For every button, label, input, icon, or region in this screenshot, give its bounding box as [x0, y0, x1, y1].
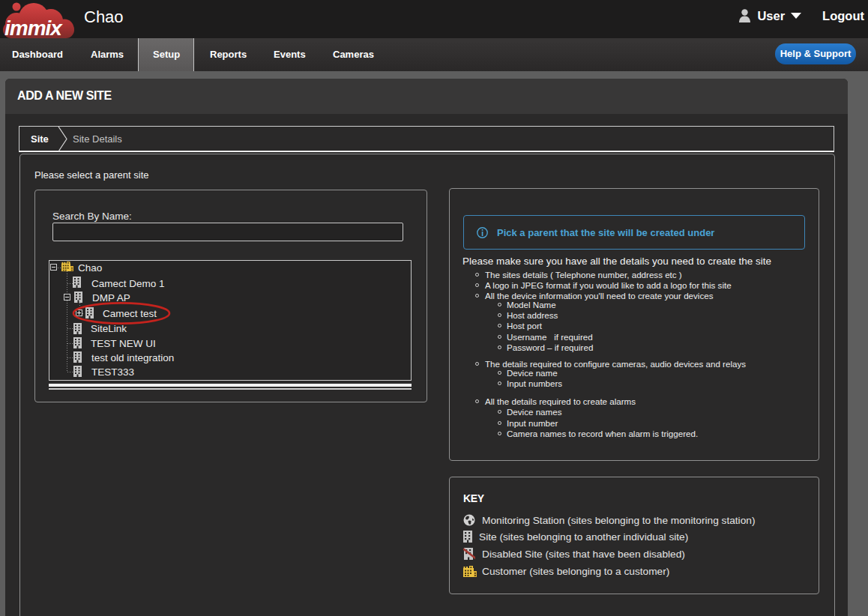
- svg-text:immix: immix: [4, 16, 63, 38]
